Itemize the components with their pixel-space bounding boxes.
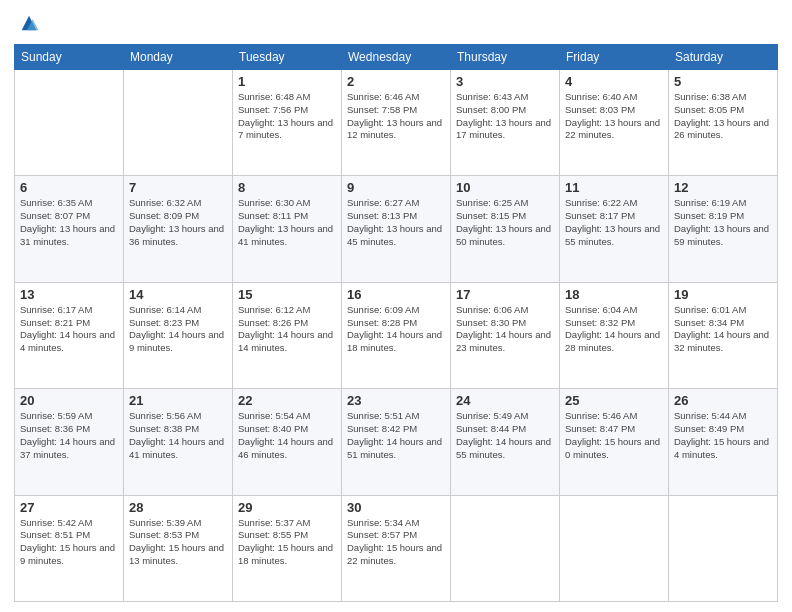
calendar-cell: 12Sunrise: 6:19 AM Sunset: 8:19 PM Dayli…	[669, 176, 778, 282]
calendar-cell: 7Sunrise: 6:32 AM Sunset: 8:09 PM Daylig…	[124, 176, 233, 282]
day-info: Sunrise: 5:34 AM Sunset: 8:57 PM Dayligh…	[347, 517, 445, 568]
calendar-cell: 26Sunrise: 5:44 AM Sunset: 8:49 PM Dayli…	[669, 389, 778, 495]
calendar-cell: 14Sunrise: 6:14 AM Sunset: 8:23 PM Dayli…	[124, 282, 233, 388]
day-number: 16	[347, 287, 445, 302]
day-number: 30	[347, 500, 445, 515]
calendar-cell	[15, 70, 124, 176]
day-number: 4	[565, 74, 663, 89]
calendar-cell: 6Sunrise: 6:35 AM Sunset: 8:07 PM Daylig…	[15, 176, 124, 282]
calendar-cell: 10Sunrise: 6:25 AM Sunset: 8:15 PM Dayli…	[451, 176, 560, 282]
day-info: Sunrise: 6:06 AM Sunset: 8:30 PM Dayligh…	[456, 304, 554, 355]
day-info: Sunrise: 6:04 AM Sunset: 8:32 PM Dayligh…	[565, 304, 663, 355]
calendar-week-row: 1Sunrise: 6:48 AM Sunset: 7:56 PM Daylig…	[15, 70, 778, 176]
day-number: 20	[20, 393, 118, 408]
calendar-cell: 27Sunrise: 5:42 AM Sunset: 8:51 PM Dayli…	[15, 495, 124, 601]
day-info: Sunrise: 5:46 AM Sunset: 8:47 PM Dayligh…	[565, 410, 663, 461]
calendar-cell: 2Sunrise: 6:46 AM Sunset: 7:58 PM Daylig…	[342, 70, 451, 176]
calendar-cell: 30Sunrise: 5:34 AM Sunset: 8:57 PM Dayli…	[342, 495, 451, 601]
calendar-week-row: 13Sunrise: 6:17 AM Sunset: 8:21 PM Dayli…	[15, 282, 778, 388]
day-number: 21	[129, 393, 227, 408]
day-number: 22	[238, 393, 336, 408]
calendar-cell: 8Sunrise: 6:30 AM Sunset: 8:11 PM Daylig…	[233, 176, 342, 282]
calendar-cell: 3Sunrise: 6:43 AM Sunset: 8:00 PM Daylig…	[451, 70, 560, 176]
calendar-cell: 24Sunrise: 5:49 AM Sunset: 8:44 PM Dayli…	[451, 389, 560, 495]
calendar-cell: 29Sunrise: 5:37 AM Sunset: 8:55 PM Dayli…	[233, 495, 342, 601]
day-number: 7	[129, 180, 227, 195]
day-number: 3	[456, 74, 554, 89]
calendar-header-saturday: Saturday	[669, 45, 778, 70]
day-info: Sunrise: 6:19 AM Sunset: 8:19 PM Dayligh…	[674, 197, 772, 248]
day-number: 29	[238, 500, 336, 515]
day-info: Sunrise: 5:49 AM Sunset: 8:44 PM Dayligh…	[456, 410, 554, 461]
calendar-header-row: SundayMondayTuesdayWednesdayThursdayFrid…	[15, 45, 778, 70]
calendar-cell	[124, 70, 233, 176]
calendar-header-wednesday: Wednesday	[342, 45, 451, 70]
calendar-header-sunday: Sunday	[15, 45, 124, 70]
calendar-cell: 15Sunrise: 6:12 AM Sunset: 8:26 PM Dayli…	[233, 282, 342, 388]
day-number: 25	[565, 393, 663, 408]
calendar-header-monday: Monday	[124, 45, 233, 70]
day-info: Sunrise: 6:09 AM Sunset: 8:28 PM Dayligh…	[347, 304, 445, 355]
calendar-cell	[669, 495, 778, 601]
calendar-cell: 9Sunrise: 6:27 AM Sunset: 8:13 PM Daylig…	[342, 176, 451, 282]
day-info: Sunrise: 6:30 AM Sunset: 8:11 PM Dayligh…	[238, 197, 336, 248]
day-number: 6	[20, 180, 118, 195]
day-info: Sunrise: 6:48 AM Sunset: 7:56 PM Dayligh…	[238, 91, 336, 142]
calendar-header-friday: Friday	[560, 45, 669, 70]
calendar-cell: 1Sunrise: 6:48 AM Sunset: 7:56 PM Daylig…	[233, 70, 342, 176]
calendar-cell: 23Sunrise: 5:51 AM Sunset: 8:42 PM Dayli…	[342, 389, 451, 495]
day-info: Sunrise: 6:38 AM Sunset: 8:05 PM Dayligh…	[674, 91, 772, 142]
day-info: Sunrise: 6:17 AM Sunset: 8:21 PM Dayligh…	[20, 304, 118, 355]
day-info: Sunrise: 6:01 AM Sunset: 8:34 PM Dayligh…	[674, 304, 772, 355]
calendar-cell: 19Sunrise: 6:01 AM Sunset: 8:34 PM Dayli…	[669, 282, 778, 388]
day-info: Sunrise: 6:46 AM Sunset: 7:58 PM Dayligh…	[347, 91, 445, 142]
day-info: Sunrise: 6:14 AM Sunset: 8:23 PM Dayligh…	[129, 304, 227, 355]
calendar-cell: 28Sunrise: 5:39 AM Sunset: 8:53 PM Dayli…	[124, 495, 233, 601]
calendar-cell	[451, 495, 560, 601]
page: SundayMondayTuesdayWednesdayThursdayFrid…	[0, 0, 792, 612]
logo-icon	[18, 12, 40, 34]
calendar-header-tuesday: Tuesday	[233, 45, 342, 70]
calendar-cell: 4Sunrise: 6:40 AM Sunset: 8:03 PM Daylig…	[560, 70, 669, 176]
day-info: Sunrise: 5:42 AM Sunset: 8:51 PM Dayligh…	[20, 517, 118, 568]
day-info: Sunrise: 5:54 AM Sunset: 8:40 PM Dayligh…	[238, 410, 336, 461]
day-info: Sunrise: 6:25 AM Sunset: 8:15 PM Dayligh…	[456, 197, 554, 248]
day-number: 24	[456, 393, 554, 408]
calendar-cell: 11Sunrise: 6:22 AM Sunset: 8:17 PM Dayli…	[560, 176, 669, 282]
day-number: 19	[674, 287, 772, 302]
day-number: 1	[238, 74, 336, 89]
calendar-cell: 20Sunrise: 5:59 AM Sunset: 8:36 PM Dayli…	[15, 389, 124, 495]
day-info: Sunrise: 6:12 AM Sunset: 8:26 PM Dayligh…	[238, 304, 336, 355]
day-number: 5	[674, 74, 772, 89]
day-info: Sunrise: 5:56 AM Sunset: 8:38 PM Dayligh…	[129, 410, 227, 461]
calendar-cell: 18Sunrise: 6:04 AM Sunset: 8:32 PM Dayli…	[560, 282, 669, 388]
day-info: Sunrise: 5:59 AM Sunset: 8:36 PM Dayligh…	[20, 410, 118, 461]
calendar-week-row: 6Sunrise: 6:35 AM Sunset: 8:07 PM Daylig…	[15, 176, 778, 282]
calendar-cell: 5Sunrise: 6:38 AM Sunset: 8:05 PM Daylig…	[669, 70, 778, 176]
day-number: 28	[129, 500, 227, 515]
day-number: 26	[674, 393, 772, 408]
calendar-header-thursday: Thursday	[451, 45, 560, 70]
calendar-cell: 21Sunrise: 5:56 AM Sunset: 8:38 PM Dayli…	[124, 389, 233, 495]
day-number: 12	[674, 180, 772, 195]
day-number: 23	[347, 393, 445, 408]
day-number: 18	[565, 287, 663, 302]
calendar-cell: 22Sunrise: 5:54 AM Sunset: 8:40 PM Dayli…	[233, 389, 342, 495]
calendar-cell: 16Sunrise: 6:09 AM Sunset: 8:28 PM Dayli…	[342, 282, 451, 388]
day-info: Sunrise: 5:39 AM Sunset: 8:53 PM Dayligh…	[129, 517, 227, 568]
day-info: Sunrise: 5:44 AM Sunset: 8:49 PM Dayligh…	[674, 410, 772, 461]
day-number: 10	[456, 180, 554, 195]
day-info: Sunrise: 6:22 AM Sunset: 8:17 PM Dayligh…	[565, 197, 663, 248]
calendar-week-row: 20Sunrise: 5:59 AM Sunset: 8:36 PM Dayli…	[15, 389, 778, 495]
day-number: 8	[238, 180, 336, 195]
day-number: 13	[20, 287, 118, 302]
calendar-cell: 13Sunrise: 6:17 AM Sunset: 8:21 PM Dayli…	[15, 282, 124, 388]
day-number: 17	[456, 287, 554, 302]
calendar-cell	[560, 495, 669, 601]
calendar-cell: 25Sunrise: 5:46 AM Sunset: 8:47 PM Dayli…	[560, 389, 669, 495]
day-info: Sunrise: 6:27 AM Sunset: 8:13 PM Dayligh…	[347, 197, 445, 248]
day-number: 9	[347, 180, 445, 195]
day-info: Sunrise: 5:37 AM Sunset: 8:55 PM Dayligh…	[238, 517, 336, 568]
day-info: Sunrise: 6:43 AM Sunset: 8:00 PM Dayligh…	[456, 91, 554, 142]
day-number: 11	[565, 180, 663, 195]
